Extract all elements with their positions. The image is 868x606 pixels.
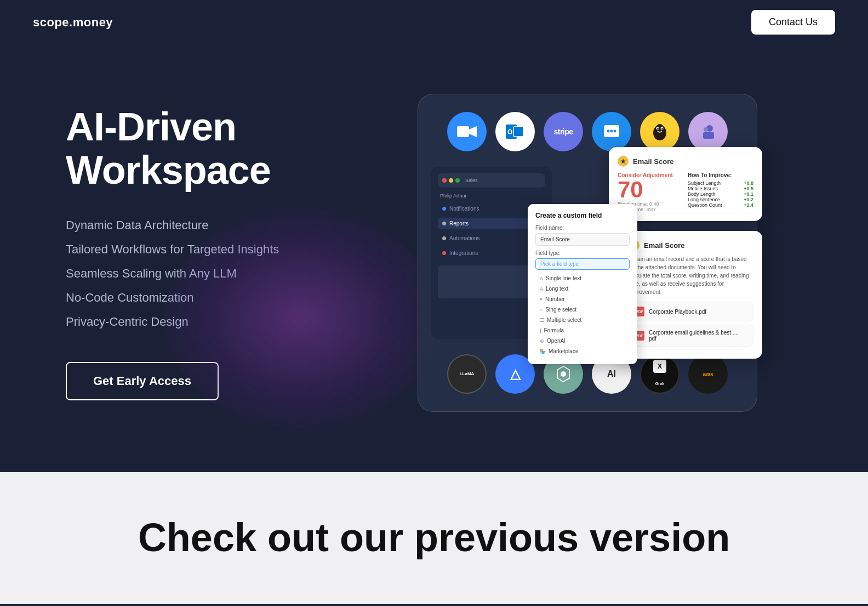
svg-point-13 bbox=[657, 128, 658, 129]
field-name-input: Email Score bbox=[535, 233, 630, 246]
desc-text: Obtain an email record and a score that … bbox=[629, 255, 753, 296]
svg-point-7 bbox=[610, 130, 613, 133]
option-single-line: A Single line text bbox=[535, 273, 630, 284]
custom-field-dialog: Create a custom field Field name: Email … bbox=[528, 204, 637, 364]
doc-item-2: PDF Corporate email guidelines & best ..… bbox=[629, 325, 753, 347]
field-name-label: Field name: bbox=[535, 225, 630, 231]
hero-right: O stripe bbox=[351, 94, 824, 412]
hero-section: AI-Driven Workspace Dynamic Data Archite… bbox=[0, 44, 868, 472]
dashboard-mockup: O stripe bbox=[418, 94, 757, 412]
bottom-section: Check out our previous version bbox=[0, 472, 868, 604]
llama-icon: LLaMA bbox=[447, 354, 487, 394]
option-marketplace: 🏪 Marketplace bbox=[535, 346, 630, 356]
improve-item-4: Long sentence+0.2 bbox=[688, 197, 753, 202]
field-type-label: Field type: bbox=[535, 250, 630, 256]
dialog-title: Create a custom field bbox=[535, 212, 630, 219]
email-score-title: ★ Email Score bbox=[618, 156, 753, 167]
field-type-select[interactable]: Pick a field type bbox=[535, 258, 630, 270]
feature-item: Dynamic Data Architecture bbox=[66, 218, 329, 233]
svg-rect-16 bbox=[703, 132, 714, 139]
email-desc-card: ★ Email Score Obtain an email record and… bbox=[620, 231, 762, 359]
header: scope.money Contact Us bbox=[0, 0, 868, 44]
svg-point-6 bbox=[607, 130, 610, 133]
panel-header: Sales bbox=[438, 173, 545, 188]
how-to-improve: How To Improve: bbox=[688, 172, 753, 178]
score-icon: ★ bbox=[618, 156, 629, 167]
svg-point-10 bbox=[655, 124, 664, 135]
hero-left: AI-Driven Workspace Dynamic Data Archite… bbox=[66, 105, 351, 400]
doc-item-1: PDF Corporate Playbook.pdf bbox=[629, 302, 753, 321]
feature-item: Tailored Workflows for Targeted Insights bbox=[66, 242, 329, 257]
svg-point-14 bbox=[661, 128, 663, 129]
svg-marker-1 bbox=[469, 126, 477, 137]
option-openai: ⊛ OpenAI bbox=[535, 336, 630, 346]
option-multiple-select: ☰ Multiple select bbox=[535, 315, 630, 325]
svg-text:O: O bbox=[507, 128, 512, 136]
option-number: # Number bbox=[535, 294, 630, 304]
feature-item: Seamless Scaling with Any LLM bbox=[66, 267, 329, 281]
option-formula: ∫ Formula bbox=[535, 325, 630, 336]
improve-item-2: Mobile Issues+0.5 bbox=[688, 186, 753, 191]
option-single-select: ○ Single select bbox=[535, 304, 630, 315]
svg-point-18 bbox=[561, 371, 566, 377]
svg-point-17 bbox=[704, 127, 708, 132]
mailchimp-icon bbox=[640, 112, 679, 151]
intercom-icon bbox=[592, 112, 631, 151]
improve-item-1: Subject Length+0.8 bbox=[688, 180, 753, 186]
hero-features-list: Dynamic Data Architecture Tailored Workf… bbox=[66, 218, 329, 329]
outlook-icon: O bbox=[495, 112, 535, 151]
improve-item-5: Question Count+1.4 bbox=[688, 202, 753, 208]
aws-icon: aws bbox=[688, 354, 728, 394]
hero-title: AI-Driven Workspace bbox=[66, 105, 329, 192]
stripe-icon: stripe bbox=[544, 112, 583, 151]
svg-rect-0 bbox=[457, 126, 469, 137]
improve-item-3: Body Length+0.1 bbox=[688, 191, 753, 197]
score-value: 70 bbox=[618, 178, 683, 201]
zoom-icon bbox=[447, 112, 487, 151]
svg-point-8 bbox=[614, 130, 616, 133]
svg-rect-3 bbox=[513, 127, 523, 137]
desc-card-title: ★ Email Score bbox=[629, 240, 753, 251]
teams-icon bbox=[688, 112, 728, 151]
early-access-button[interactable]: Get Early Access bbox=[66, 362, 219, 400]
feature-item: No-Code Customization bbox=[66, 291, 329, 305]
logo: scope.money bbox=[33, 15, 113, 30]
option-long-text: A Long text bbox=[535, 284, 630, 294]
contact-button[interactable]: Contact Us bbox=[751, 10, 835, 35]
feature-item: Privacy-Centric Design bbox=[66, 315, 329, 329]
bottom-heading: Check out our previous version bbox=[138, 516, 730, 559]
grok-icon: X Grok bbox=[640, 354, 679, 394]
